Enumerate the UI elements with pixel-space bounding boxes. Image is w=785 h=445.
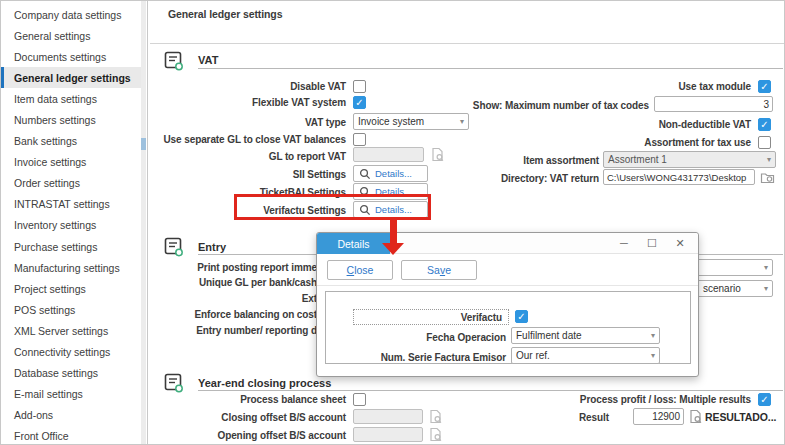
- sii-details-button[interactable]: Details...: [353, 165, 428, 182]
- chevron-down-icon: ▾: [651, 331, 655, 340]
- sidebar-item-project[interactable]: Project settings: [1, 278, 141, 299]
- entry-row-label: Enforce balancing on cost: [151, 308, 317, 321]
- sidebar-item-pos[interactable]: POS settings: [1, 299, 141, 320]
- num-serie-dropdown[interactable]: Our ref. ▾: [511, 347, 660, 364]
- check-icon: ✓: [760, 120, 768, 130]
- highlight-arrow-shaft: [390, 220, 397, 244]
- non-deductible-vat-checkbox[interactable]: ✓: [758, 118, 771, 131]
- chevron-down-icon: ▾: [460, 117, 464, 126]
- minimize-icon[interactable]: ─: [614, 235, 634, 251]
- num-serie-label: Num. Serie Factura Emisor: [328, 351, 506, 364]
- dialog-tab: Details: [317, 233, 390, 254]
- sidebar-item-documents[interactable]: Documents settings: [1, 46, 141, 67]
- result-value: 12900: [652, 411, 680, 422]
- details-dialog: Details ─ ☐ ✕ Close Save Verifactu ✓ Fec…: [316, 232, 699, 377]
- result-label: Result: [579, 411, 609, 424]
- chevron-down-icon: ▾: [764, 263, 768, 272]
- header-divider: [150, 43, 784, 44]
- vat-section-icon: [164, 51, 184, 71]
- verifactu-checkbox[interactable]: ✓: [515, 310, 528, 323]
- page-title: General ledger settings: [168, 8, 282, 21]
- entry-row-label: Print posting report imme: [151, 261, 317, 274]
- chevron-down-icon: ▾: [764, 284, 768, 293]
- use-tax-module-checkbox[interactable]: ✓: [758, 80, 771, 93]
- opening-offset-label: Opening offset B/S account: [111, 429, 346, 442]
- vat-type-value: Invoice system: [358, 116, 424, 127]
- yearend-section-underline: [198, 390, 783, 391]
- maximize-icon[interactable]: ☐: [642, 235, 662, 251]
- close-icon[interactable]: ✕: [670, 235, 690, 251]
- item-assortment-value: Assortment 1: [608, 154, 667, 165]
- dialog-groupbox: Verifactu ✓ Fecha Operacion Fulfilment d…: [325, 291, 691, 364]
- resultado-text: RESULTADO...: [705, 411, 776, 424]
- max-tax-codes-label: Show: Maximum number of tax codes: [421, 99, 649, 112]
- check-icon: ✓: [355, 98, 363, 108]
- process-balance-checkbox[interactable]: [353, 393, 366, 406]
- sidebar-item-company-data[interactable]: Company data settings: [1, 4, 141, 25]
- max-tax-codes-value: 3: [763, 99, 769, 110]
- directory-vat-input[interactable]: C:\Users\WONG431773\Desktop: [603, 169, 755, 185]
- result-input[interactable]: 12900: [633, 408, 684, 425]
- yearend-section-icon: [164, 373, 184, 393]
- assortment-tax-label: Assortment for tax use: [481, 136, 751, 149]
- close-rest: lose: [354, 264, 373, 276]
- sidebar-scrollbar[interactable]: [141, 1, 146, 445]
- closing-offset-input[interactable]: [353, 409, 423, 424]
- chevron-down-icon: ▾: [651, 351, 655, 360]
- save-rest: e: [445, 264, 451, 276]
- sidebar-item-xml-server[interactable]: XML Server settings: [1, 320, 141, 341]
- sidebar-item-database[interactable]: Database settings: [1, 363, 141, 384]
- entry-row-label: Unique GL per bank/cash: [151, 276, 317, 289]
- item-assortment-label: Item assortment: [421, 154, 599, 167]
- entry-section-icon: [164, 237, 184, 257]
- vat-section-title: VAT: [198, 54, 218, 66]
- directory-vat-value: C:\Users\WONG431773\Desktop: [607, 172, 746, 183]
- fecha-operacion-dropdown[interactable]: Fulfilment date ▾: [511, 327, 660, 344]
- vat-type-dropdown[interactable]: Invoice system ▾: [353, 113, 469, 130]
- closing-offset-browse-icon[interactable]: [428, 409, 443, 424]
- highlight-rectangle: [234, 194, 431, 220]
- closing-offset-label: Closing offset B/S account: [111, 411, 346, 424]
- num-serie-value: Our ref.: [516, 350, 550, 361]
- sidebar-item-manufacturing[interactable]: Manufacturing settings: [1, 257, 141, 278]
- max-tax-codes-input[interactable]: 3: [654, 96, 773, 112]
- flexible-vat-checkbox[interactable]: ✓: [353, 96, 366, 109]
- sidebar-item-purchase[interactable]: Purchase settings: [1, 236, 141, 257]
- separate-gl-checkbox[interactable]: [353, 133, 366, 146]
- verifactu-label-focus: Verifactu: [353, 309, 509, 325]
- sii-settings-label: SII Settings: [111, 168, 346, 181]
- gl-report-vat-input[interactable]: [353, 147, 424, 162]
- sidebar-item-connectivity[interactable]: Connectivity settings: [1, 342, 141, 363]
- yearend-section-title: Year-end closing process: [198, 377, 331, 389]
- chevron-down-icon: ▾: [767, 155, 771, 164]
- vat-type-label: VAT type: [111, 116, 346, 129]
- use-tax-module-label: Use tax module: [481, 80, 751, 93]
- disable-vat-checkbox[interactable]: [353, 80, 366, 93]
- disable-vat-label: Disable VAT: [111, 80, 346, 93]
- opening-offset-input[interactable]: [353, 427, 423, 442]
- result-browse-icon[interactable]: [688, 409, 703, 424]
- gl-report-vat-label: GL to report VAT: [111, 150, 346, 163]
- opening-offset-browse-icon[interactable]: [428, 427, 443, 442]
- check-icon: ✓: [760, 82, 768, 92]
- check-icon: ✓: [517, 312, 525, 322]
- sidebar-item-general[interactable]: General settings: [1, 25, 141, 46]
- item-assortment-dropdown[interactable]: Assortment 1 ▾: [603, 151, 776, 168]
- process-balance-label: Process balance sheet: [111, 393, 346, 406]
- fecha-operacion-label: Fecha Operacion: [358, 331, 506, 344]
- sidebar-item-inventory[interactable]: Inventory settings: [1, 215, 141, 236]
- save-button[interactable]: Save: [401, 260, 477, 280]
- entry-row-label: Entry number/ reporting d: [151, 324, 317, 337]
- non-deductible-vat-label: Non-deductible VAT: [481, 118, 751, 131]
- save-pre: Sa: [427, 264, 440, 276]
- assortment-tax-checkbox[interactable]: [758, 136, 771, 149]
- close-button[interactable]: Close: [327, 260, 393, 280]
- process-profit-checkbox[interactable]: ✓: [758, 393, 771, 406]
- separate-gl-label: Use separate GL to close VAT balances: [111, 133, 346, 146]
- magnifier-icon: [359, 168, 371, 180]
- highlight-arrow-head: [382, 243, 404, 255]
- verifactu-label: Verifactu: [461, 311, 502, 324]
- directory-browse-icon[interactable]: [760, 170, 775, 185]
- entry-section-title: Entry: [198, 241, 226, 253]
- vat-section-underline: [198, 68, 783, 69]
